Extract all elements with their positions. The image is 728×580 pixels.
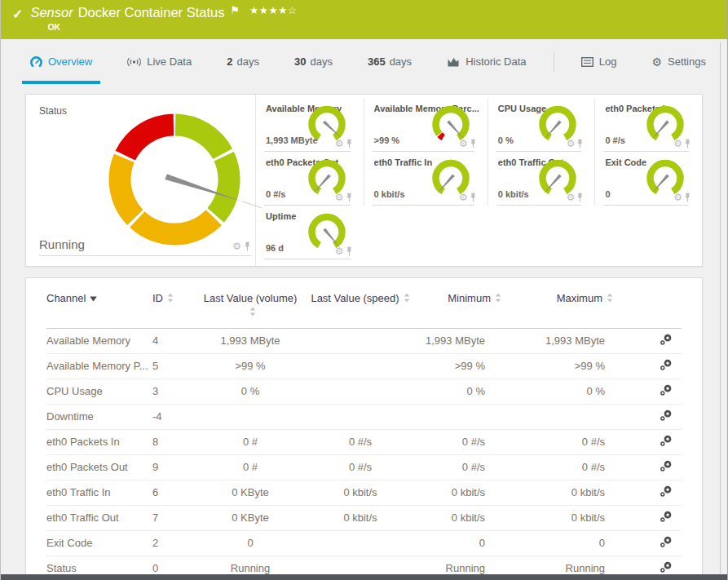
channel-settings-icon[interactable] (660, 359, 673, 371)
pin-icon[interactable] (684, 193, 691, 202)
gauge-cell-eth0-packets-out: eth0 Packets Out0 #/s⚙ (256, 152, 364, 206)
status-gauge-icons: ⚙ (232, 241, 251, 251)
channel-settings-icon[interactable] (660, 536, 673, 548)
tab-historic-data[interactable]: Historic Data (439, 39, 534, 84)
tab-live-data[interactable]: Live Data (119, 39, 200, 84)
cell-speed: 0 #/s (299, 429, 421, 454)
cell-volume: 0 % (201, 379, 299, 404)
mini-gauge-grid: Available Memory1,993 MByte⚙Available Me… (256, 95, 702, 266)
channel-settings-icon[interactable] (660, 561, 673, 573)
column-header-volume[interactable]: Last Value (volume) (201, 278, 299, 328)
cell-volume: 0 KByte (201, 480, 299, 505)
cell-min: 1,993 MByte (421, 328, 536, 353)
pin-icon[interactable] (346, 246, 353, 256)
priority-stars[interactable]: ★★★★☆ (249, 4, 298, 16)
tab-label: Log (599, 55, 617, 68)
tab-365-days[interactable]: 365days (360, 39, 420, 84)
column-label: Last Value (speed) (311, 292, 399, 304)
flag-icon[interactable]: ⚑ (230, 4, 240, 16)
channel-settings-icon[interactable] (660, 460, 673, 472)
cell-speed: 0 kbit/s (299, 480, 421, 505)
status-badge: OK (47, 22, 297, 32)
pin-icon[interactable] (470, 193, 477, 202)
channel-settings-icon[interactable] (660, 334, 673, 346)
tab-log[interactable]: Log (573, 39, 625, 84)
status-gauge-cell: Status Running ⚙ (26, 95, 256, 266)
gear-icon[interactable]: ⚙ (232, 241, 241, 251)
status-gauge-footer: Running ⚙ (39, 233, 251, 256)
gear-icon[interactable]: ⚙ (673, 139, 682, 148)
gauge-cell-underline (373, 205, 474, 206)
gear-icon[interactable]: ⚙ (335, 193, 344, 202)
gauge-cell-exit-code: Exit Code0⚙ (594, 152, 702, 206)
sensor-page: ✓ Sensor Docker Container Status ⚑ ★★★★☆… (0, 0, 728, 580)
column-label: Channel (46, 292, 86, 304)
cell-speed (299, 328, 421, 353)
gear-icon[interactable]: ⚙ (335, 139, 344, 148)
pin-icon[interactable] (684, 139, 691, 148)
channel-settings-icon[interactable] (660, 485, 673, 498)
gauge-value: 0 (605, 189, 610, 199)
column-header-speed[interactable]: Last Value (speed) (299, 278, 421, 328)
row-actions-cell (650, 353, 682, 379)
gauge-cell-uptime: Uptime96 d⚙ (256, 206, 364, 259)
row-actions-cell (650, 328, 682, 353)
status-gauge-label: Status (39, 105, 250, 117)
channels-table-card: ChannelIDLast Value (volume)Last Value (… (25, 277, 703, 580)
column-label: ID (152, 292, 163, 304)
cell-channel[interactable]: eth0 Traffic Out (46, 505, 152, 530)
tab-2-days[interactable]: 2days (218, 39, 267, 84)
cell-channel[interactable]: eth0 Packets In (46, 429, 152, 454)
active-tab-underline (22, 81, 100, 84)
pin-icon[interactable] (346, 193, 353, 202)
gauge-value: 0 kbit/s (374, 189, 405, 199)
column-header-channel[interactable]: Channel (46, 278, 152, 328)
gear-icon[interactable]: ⚙ (335, 246, 344, 256)
gear-icon[interactable]: ⚙ (459, 193, 468, 202)
cell-channel[interactable]: Exit Code (46, 530, 152, 556)
cell-channel[interactable]: Available Memory P... (46, 353, 152, 379)
tab-label: Historic Data (465, 55, 526, 68)
cell-channel[interactable]: Available Memory (46, 328, 152, 353)
pin-icon[interactable] (346, 139, 353, 148)
pin-icon[interactable] (576, 139, 584, 148)
tab-settings[interactable]: ⚙Settings (643, 39, 714, 84)
gauge-value: 0 #/s (605, 135, 624, 145)
cell-volume: 1,993 MByte (201, 328, 299, 353)
cell-channel[interactable]: eth0 Traffic In (46, 480, 152, 505)
cell-id: 8 (152, 429, 201, 454)
gear-icon[interactable]: ⚙ (567, 139, 576, 148)
cell-channel[interactable]: eth0 Packets Out (46, 454, 152, 480)
cell-min: 0 (421, 530, 536, 556)
channel-settings-icon[interactable] (660, 435, 673, 447)
sensor-header: ✓ Sensor Docker Container Status ⚑ ★★★★☆… (1, 0, 727, 39)
column-header-max[interactable]: Maximum (536, 278, 650, 328)
cell-max: 0 % (536, 379, 650, 404)
log-icon (581, 57, 593, 67)
table-row: Exit Code2000 (46, 530, 682, 556)
tab-30-days[interactable]: 30days (286, 39, 341, 84)
pin-icon[interactable] (470, 139, 477, 148)
column-header-min[interactable]: Minimum (421, 278, 536, 328)
cell-max: 0 kbit/s (536, 505, 650, 530)
column-header-id[interactable]: ID (152, 278, 201, 328)
cell-channel[interactable]: CPU Usage (46, 379, 152, 404)
channel-settings-icon[interactable] (660, 384, 673, 396)
cell-volume: >99 % (201, 353, 299, 379)
channel-settings-icon[interactable] (660, 410, 673, 422)
ok-check-icon: ✓ (12, 7, 23, 39)
table-row: eth0 Packets Out90 #0 #/s0 #/s0 #/s (46, 454, 682, 480)
gear-icon[interactable]: ⚙ (567, 193, 576, 202)
channel-settings-icon[interactable] (660, 511, 673, 523)
pin-icon[interactable] (576, 193, 584, 202)
gauge-cell-eth0-packets-in: eth0 Packets In0 #/s⚙ (594, 98, 702, 152)
cell-channel[interactable]: Downtime (46, 404, 152, 429)
cell-id: 4 (152, 328, 201, 353)
tab-overview[interactable]: Overview (22, 39, 100, 84)
gear-icon[interactable]: ⚙ (459, 139, 468, 148)
gear-icon[interactable]: ⚙ (673, 193, 682, 202)
pin-icon[interactable] (244, 241, 251, 251)
gauge-value: 96 d (266, 243, 284, 253)
cell-volume: 0 # (201, 429, 299, 454)
bottom-scrollbar[interactable] (1, 574, 727, 580)
